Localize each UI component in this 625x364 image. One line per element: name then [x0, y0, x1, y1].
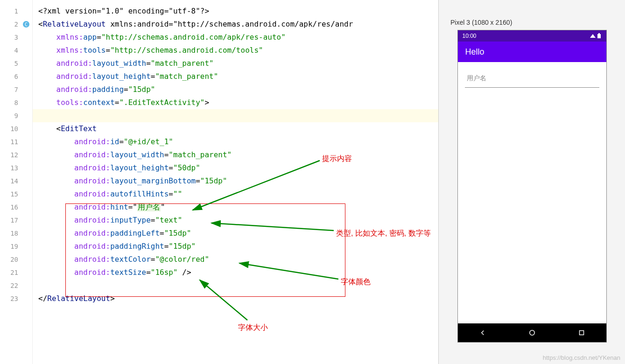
svg-line-1	[211, 223, 334, 231]
edit-text-hint: 用户名	[467, 74, 486, 83]
arrow-inputtype	[208, 219, 338, 233]
svg-line-3	[200, 280, 247, 320]
nav-bar	[458, 323, 606, 342]
nav-home-icon[interactable]	[528, 329, 536, 337]
status-bar: 10:00	[458, 30, 606, 42]
gutter-row[interactable]: 7	[0, 83, 32, 96]
gutter: 12C34567891011121314151617181920212223	[0, 0, 33, 364]
annotation-hint-label: 提示内容	[322, 152, 352, 165]
gutter-row[interactable]: 21	[0, 266, 32, 279]
gutter-row[interactable]: 13	[0, 161, 32, 175]
phone-frame: 10:00 Hello 用户名	[457, 30, 607, 343]
status-icons	[590, 33, 602, 39]
gutter-row[interactable]: 5	[0, 57, 32, 70]
editor-content[interactable]: <?xml version="1.0" encoding="utf-8"?><R…	[33, 0, 438, 364]
gutter-row[interactable]: 6	[0, 70, 32, 83]
code-line[interactable]: android:layout_height="match_parent"	[33, 70, 438, 83]
app-title: Hello	[465, 47, 485, 57]
svg-rect-7	[579, 331, 583, 335]
arrow-textsize	[196, 277, 252, 324]
watermark: https://blog.csdn.net/YKenan	[543, 354, 620, 361]
gutter-row[interactable]: 16	[0, 201, 32, 214]
gutter-row[interactable]: 4	[0, 44, 32, 57]
svg-rect-4	[597, 34, 601, 38]
gutter-row[interactable]: 18	[0, 227, 32, 240]
gutter-row[interactable]: 10	[0, 122, 32, 135]
gutter-row[interactable]: 1	[0, 5, 32, 18]
code-line[interactable]: android:id="@+id/et_1"	[33, 135, 438, 148]
class-icon[interactable]: C	[23, 21, 29, 28]
app-bar: Hello	[458, 42, 606, 62]
code-line[interactable]	[33, 109, 438, 122]
code-line[interactable]: xmlns:tools="http://schemas.android.com/…	[33, 44, 438, 57]
preview-panel: Pixel 3 (1080 x 2160) 10:00 Hello 用户名	[438, 0, 625, 364]
code-line[interactable]: tools:context=".EditTextActivity">	[33, 96, 438, 109]
phone-content: 用户名	[458, 62, 606, 323]
gutter-row[interactable]: 11	[0, 135, 32, 148]
code-line[interactable]: android:layout_width="match_parent"	[33, 57, 438, 70]
code-editor[interactable]: 12C34567891011121314151617181920212223 <…	[0, 0, 438, 364]
battery-icon	[597, 33, 602, 39]
edit-text-preview[interactable]: 用户名	[465, 69, 599, 88]
code-line[interactable]: <?xml version="1.0" encoding="utf-8"?>	[33, 5, 438, 18]
nav-back-icon[interactable]	[478, 329, 487, 337]
code-line[interactable]: android:padding="15dp"	[33, 83, 438, 96]
svg-line-0	[193, 161, 320, 210]
gutter-row[interactable]: 20	[0, 253, 32, 266]
gutter-row[interactable]: 23	[0, 292, 32, 305]
gutter-row[interactable]: 17	[0, 214, 32, 227]
code-line[interactable]: <EditText	[33, 122, 438, 135]
svg-point-6	[529, 330, 534, 336]
annotation-inputtype-label: 类型, 比如文本, 密码, 数字等	[336, 227, 431, 240]
gutter-row[interactable]: 19	[0, 240, 32, 253]
code-line[interactable]: <RelativeLayout xmlns:android="http://sc…	[33, 18, 438, 31]
gutter-row[interactable]: 12	[0, 148, 32, 161]
code-line[interactable]: android:paddingRight="15dp"	[33, 240, 438, 253]
wifi-icon	[590, 33, 596, 39]
gutter-row[interactable]: 22	[0, 279, 32, 292]
gutter-row[interactable]: 14	[0, 175, 32, 188]
device-label: Pixel 3 (1080 x 2160)	[439, 19, 512, 26]
arrow-hint	[189, 159, 324, 215]
annotation-textcolor-label: 字体颜色	[341, 275, 371, 288]
gutter-row[interactable]: 8	[0, 96, 32, 109]
svg-rect-5	[598, 33, 600, 34]
svg-line-2	[239, 263, 338, 279]
code-line[interactable]: xmlns:app="http://schemas.android.com/ap…	[33, 31, 438, 44]
gutter-row[interactable]: 15	[0, 188, 32, 201]
gutter-row[interactable]: 3	[0, 31, 32, 44]
gutter-row[interactable]: 2C	[0, 18, 32, 31]
gutter-row[interactable]: 9	[0, 109, 32, 122]
nav-recent-icon[interactable]	[577, 329, 586, 337]
status-time: 10:00	[463, 33, 477, 39]
